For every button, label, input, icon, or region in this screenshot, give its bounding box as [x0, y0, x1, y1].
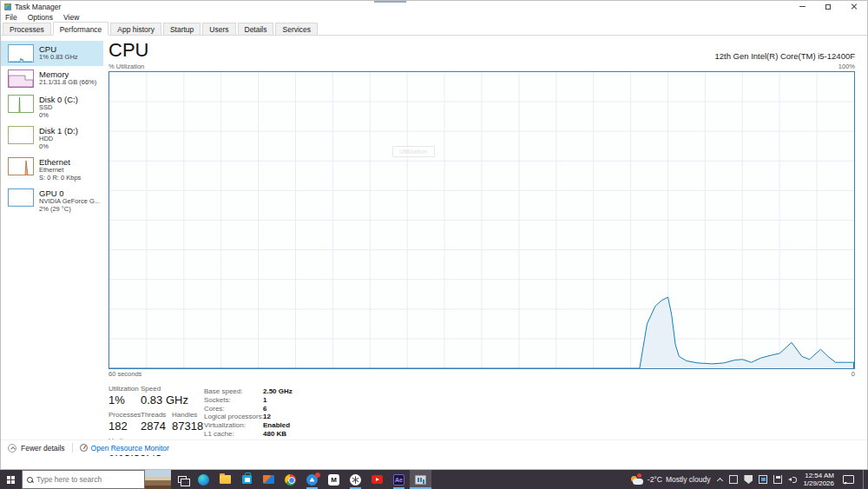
fewer-details-button[interactable]: Fewer details — [21, 444, 65, 453]
taskbar-icon-task-manager[interactable] — [410, 470, 431, 489]
sidebar-disk1-sub2: 0% — [39, 143, 78, 151]
search-input[interactable] — [36, 475, 132, 484]
processes-label: Processes — [108, 411, 141, 419]
tab-users[interactable]: Users — [202, 23, 235, 35]
medal-icon: M — [328, 474, 339, 486]
action-center-icon[interactable] — [843, 475, 853, 485]
task-manager-icon — [415, 475, 426, 485]
sidebar-item-memory[interactable]: Memory 21.1/31.8 GB (66%) — [1, 66, 103, 91]
close-icon — [851, 3, 858, 10]
detail-row-logical-processors: Logical processors: 12 — [204, 413, 293, 421]
disk1-mini-graph — [8, 126, 34, 144]
tab-performance[interactable]: Performance — [53, 22, 109, 35]
sidebar-item-disk1[interactable]: Disk 1 (D:) HDD 0% — [1, 122, 103, 154]
detail-row-sockets: Sockets: 1 — [204, 396, 293, 405]
detail-row-virtualization: Virtualization: Enabled — [204, 421, 293, 430]
close-button[interactable] — [841, 1, 867, 12]
clock-date: 1/29/2026 — [803, 479, 834, 487]
security-shield-icon[interactable] — [744, 475, 753, 484]
messenger-icon — [306, 474, 318, 486]
taskbar-icon-medal[interactable]: M — [323, 470, 345, 489]
weather-condition: Mostly cloudy — [666, 475, 711, 484]
taskbar-icon-microsoft-store[interactable] — [236, 470, 258, 489]
footer-bar: Fewer details Open Resource Monitor — [1, 439, 867, 455]
display-tray-icon[interactable] — [759, 475, 767, 484]
menu-bar: File Options View — [1, 12, 867, 23]
ethernet-mini-graph — [8, 157, 34, 175]
x-axis-right-label: 0 — [852, 370, 855, 378]
weather-widget[interactable]: -2°C Mostly cloudy — [630, 475, 711, 485]
y-axis-label: % Utilization — [108, 63, 144, 70]
title-bar[interactable]: Task Manager — [1, 1, 867, 12]
tab-details[interactable]: Details — [238, 23, 274, 35]
cpu-utilization-graph[interactable]: Utilization — [108, 71, 855, 369]
edge-icon — [198, 474, 209, 486]
window-title: Task Manager — [15, 3, 61, 11]
youtube-icon — [372, 475, 383, 484]
sidebar-item-gpu0[interactable]: GPU 0 NVIDIA GeForce G... 2% (29 °C) — [1, 185, 103, 216]
tab-processes[interactable]: Processes — [3, 23, 51, 35]
sidebar-item-ethernet[interactable]: Ethernet Ethernet S: 0 R: 0 Kbps — [1, 154, 103, 185]
taskbar-icon-after-effects[interactable]: Ae — [388, 470, 410, 489]
task-view-icon — [178, 476, 187, 483]
taskbar-clock[interactable]: 12:54 AM 1/29/2026 — [803, 472, 834, 487]
sidebar-item-disk0[interactable]: Disk 0 (C:) SSD 0% — [1, 91, 103, 122]
task-view-button[interactable] — [171, 470, 193, 489]
volume-icon[interactable] — [788, 475, 797, 484]
x-axis-left-label: 60 seconds — [108, 370, 141, 378]
chrome-icon — [285, 474, 296, 486]
taskbar-icon-mail[interactable] — [258, 470, 279, 489]
tab-startup[interactable]: Startup — [163, 23, 201, 35]
notification-badge — [315, 472, 320, 478]
utilization-label: Utilization — [108, 385, 141, 393]
taskbar-icon-youtube[interactable] — [366, 470, 388, 489]
menu-options[interactable]: Options — [28, 13, 53, 22]
news-interests-thumbnail[interactable] — [145, 470, 171, 489]
menu-view[interactable]: View — [63, 13, 79, 22]
clock-time: 12:54 AM — [803, 472, 834, 479]
minimize-icon — [799, 6, 806, 7]
tab-services[interactable]: Services — [275, 23, 318, 35]
sidebar-item-cpu[interactable]: CPU 1% 0.83 GHz — [1, 41, 103, 66]
maximize-button[interactable] — [815, 1, 841, 12]
microsoft-store-icon — [242, 475, 252, 484]
tab-app-history[interactable]: App history — [110, 23, 161, 35]
taskbar: M Ae -2°C Mostly cloudy 12:54 A — [0, 470, 868, 489]
minimize-button[interactable] — [789, 1, 815, 12]
show-desktop-button[interactable] — [863, 470, 866, 489]
cpu-detail-panel: CPU 12th Gen Intel(R) Core(TM) i5-12400F… — [108, 36, 855, 459]
menu-file[interactable]: File — [5, 13, 17, 22]
after-effects-icon: Ae — [393, 474, 404, 486]
sidebar-disk0-sub2: 0% — [39, 112, 78, 120]
taskbar-search[interactable] — [22, 470, 145, 489]
screen-artifact — [374, 1, 406, 3]
taskbar-icon-chrome[interactable] — [279, 470, 301, 489]
file-explorer-icon — [220, 475, 231, 484]
network-icon[interactable] — [773, 475, 782, 484]
taskbar-icon-chatgpt[interactable] — [345, 470, 366, 489]
tray-overflow-chevron-icon[interactable] — [716, 476, 723, 483]
resource-monitor-icon — [80, 444, 88, 452]
mail-icon — [263, 475, 274, 484]
gpu-mini-graph — [8, 188, 34, 207]
disk0-mini-graph — [8, 95, 34, 113]
sidebar-memory-sub: 21.1/31.8 GB (66%) — [39, 79, 96, 87]
tray-app-icon[interactable] — [729, 475, 738, 484]
taskbar-icon-edge[interactable] — [193, 470, 214, 489]
task-manager-app-icon — [4, 3, 11, 10]
open-resource-monitor-link[interactable]: Open Resource Monitor — [80, 444, 169, 453]
chatgpt-icon — [350, 474, 361, 486]
sidebar-ethernet-sub2: S: 0 R: 0 Kbps — [39, 175, 81, 182]
graph-tooltip: Utilization — [392, 146, 435, 157]
weather-alert-badge — [637, 473, 641, 478]
system-tray: -2°C Mostly cloudy 12:54 AM 1/29/2026 — [630, 470, 868, 489]
weather-cloud-icon — [630, 475, 644, 485]
speed-label: Speed — [141, 385, 172, 393]
performance-pane: CPU 1% 0.83 GHz Memory 21.1/31.8 GB (66%… — [1, 36, 867, 455]
taskbar-icon-messenger[interactable] — [301, 470, 323, 489]
maximize-icon — [825, 4, 831, 10]
taskbar-icon-file-explorer[interactable] — [214, 470, 236, 489]
start-button[interactable] — [0, 470, 22, 489]
sidebar-gpu-sub2: 2% (29 °C) — [39, 206, 100, 214]
sidebar-cpu-sub: 1% 0.83 GHz — [39, 54, 78, 62]
